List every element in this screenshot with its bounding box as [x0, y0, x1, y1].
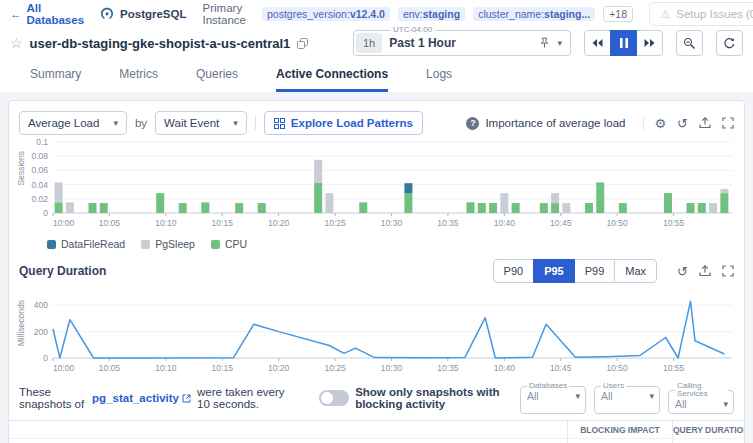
svg-text:10:35: 10:35	[437, 218, 459, 228]
chevron-down-icon: ▾	[233, 118, 238, 128]
column-header-average[interactable]: AVERAGE	[672, 438, 712, 443]
svg-text:0.1: 0.1	[36, 137, 48, 147]
tab-summary[interactable]: Summary	[30, 67, 81, 92]
zoom-reset-icon[interactable]: ↺	[677, 117, 688, 130]
svg-text:0: 0	[43, 353, 48, 363]
playback-controls	[584, 30, 663, 56]
by-label: by	[135, 117, 147, 129]
fullscreen-icon[interactable]	[722, 117, 734, 129]
tag-cluster-name[interactable]: cluster_name:staging...	[473, 7, 595, 21]
percentile-p90-button[interactable]: P90	[493, 259, 535, 283]
postgresql-logo-icon	[100, 7, 114, 21]
snapshots-text-2: were taken every 10 seconds.	[197, 386, 299, 410]
legend-swatch	[47, 240, 56, 249]
svg-text:10:55: 10:55	[663, 363, 685, 373]
line-chart-canvas[interactable]: 020040010:0010:0510:1010:1510:2010:2510:…	[19, 286, 734, 379]
time-range-label: Past 1 Hour	[389, 36, 456, 50]
legend-item-cpu[interactable]: CPU	[211, 238, 247, 250]
percentile-p95-button[interactable]: P95	[533, 259, 575, 283]
svg-text:10:15: 10:15	[212, 218, 234, 228]
legend-item-pgsleep[interactable]: PgSleep	[141, 238, 195, 250]
query-duration-chart[interactable]: Milliseconds 020040010:0010:0510:1010:15…	[19, 286, 734, 379]
snapshots-text: These snapshots of	[19, 386, 86, 410]
back-to-all-databases-link[interactable]: ← All Databases	[10, 2, 84, 26]
back-arrow-icon: ←	[10, 8, 22, 20]
users-filter[interactable]: Users All▾	[594, 382, 660, 414]
svg-text:10:25: 10:25	[324, 218, 346, 228]
pause-button[interactable]	[610, 30, 637, 56]
tab-queries[interactable]: Queries	[196, 67, 238, 92]
svg-text:10:40: 10:40	[494, 218, 516, 228]
snapshots-table-header: BLOCKING IMPACT QUERY DURATION SNAPSHOT …	[9, 420, 744, 443]
column-header-services[interactable]: SERVICES	[459, 438, 567, 443]
refresh-button[interactable]	[716, 30, 743, 56]
copy-icon[interactable]	[297, 38, 308, 49]
content-area: Average Load ▾ by Wait Event ▾ Explore L…	[0, 92, 753, 443]
time-range-picker[interactable]: UTC-04:00 1h Past 1 Hour ▾	[353, 30, 571, 56]
metric-select[interactable]: Average Load ▾	[19, 111, 127, 135]
settings-gear-icon[interactable]: ⚙	[654, 117, 666, 130]
svg-text:10:25: 10:25	[324, 363, 346, 373]
percentile-max-button[interactable]: Max	[614, 259, 657, 283]
tag-env[interactable]: env:staging	[398, 7, 465, 21]
svg-text:10:45: 10:45	[550, 363, 572, 373]
blocking-activity-toggle[interactable]	[319, 390, 349, 406]
fullscreen-icon[interactable]	[722, 265, 734, 277]
bar-chart-canvas[interactable]: 00.020.040.060.080.110:0010:0510:1010:15…	[19, 137, 734, 235]
tag-postgres-version[interactable]: postgres_version:v12.4.0	[262, 7, 390, 21]
product-label: PostgreSQL	[100, 7, 186, 21]
pg-stat-activity-link[interactable]: pg_stat_activity	[92, 392, 191, 404]
column-header-wait-event-groups[interactable]: WAIT EVENT GROUPS	[224, 438, 389, 443]
svg-text:10:05: 10:05	[99, 218, 121, 228]
chevron-down-icon[interactable]: ▾	[557, 38, 562, 48]
column-header-snapshot-time[interactable]: SNAPSHOT TIME	[9, 438, 149, 443]
setup-issues-button[interactable]: ⚠ Setup Issues (0)	[649, 2, 753, 26]
svg-text:10:05: 10:05	[99, 363, 121, 373]
column-header-wait-duration[interactable]: WAIT DURATION	[613, 438, 672, 443]
svg-text:10:45: 10:45	[550, 218, 572, 228]
svg-text:10:00: 10:00	[53, 363, 75, 373]
chart-toolbar: ↺	[667, 265, 734, 278]
tab-active-connections[interactable]: Active Connections	[276, 67, 388, 92]
pattern-grid-icon	[274, 118, 285, 129]
favorite-star-icon[interactable]: ☆	[10, 35, 23, 51]
step-forward-button[interactable]	[636, 30, 663, 56]
export-icon[interactable]	[699, 265, 711, 277]
chevron-down-icon: ▾	[575, 391, 580, 401]
databases-filter[interactable]: Databases All▾	[520, 382, 586, 414]
more-tags-chip[interactable]: +18	[603, 6, 633, 22]
warning-triangle-icon: ⚠	[660, 7, 670, 21]
percentile-selector: P90 P95 P99 Max	[493, 259, 658, 283]
pin-icon[interactable]	[539, 37, 550, 49]
step-backward-button[interactable]	[584, 30, 611, 56]
svg-text:10:30: 10:30	[381, 363, 403, 373]
group-by-select[interactable]: Wait Event ▾	[155, 111, 247, 135]
importance-of-average-load-link[interactable]: ? Importance of average load	[466, 117, 625, 130]
zoom-out-button[interactable]	[676, 30, 703, 56]
column-header-users[interactable]: USERS	[389, 438, 459, 443]
svg-text:10:50: 10:50	[607, 218, 629, 228]
column-header-waiters[interactable]: # WAITERS	[567, 438, 613, 443]
back-link-label: All Databases	[27, 2, 85, 26]
chevron-down-icon: ▾	[649, 391, 654, 401]
snapshots-bar: These snapshots of pg_stat_activity were…	[19, 382, 734, 414]
svg-text:0: 0	[43, 208, 48, 218]
explore-load-patterns-button[interactable]: Explore Load Patterns	[264, 111, 423, 135]
percentile-p99-button[interactable]: P99	[574, 259, 616, 283]
query-duration-header: Query Duration P90 P95 P99 Max ↺	[19, 256, 734, 286]
svg-text:10:20: 10:20	[268, 218, 290, 228]
time-preset-chip[interactable]: 1h	[356, 33, 382, 53]
tab-logs[interactable]: Logs	[426, 67, 452, 92]
column-header-connections[interactable]: CONNECTIONS	[149, 438, 224, 443]
average-load-chart[interactable]: Sessions 00.020.040.060.080.110:0010:051…	[19, 137, 734, 235]
svg-text:0.04: 0.04	[31, 180, 48, 190]
zoom-reset-icon[interactable]: ↺	[677, 265, 688, 278]
tab-metrics[interactable]: Metrics	[119, 67, 158, 92]
legend-item-datafileread[interactable]: DataFileRead	[47, 238, 125, 250]
tab-bar: Summary Metrics Queries Active Connectio…	[0, 58, 753, 92]
calling-services-filter[interactable]: Calling Services All▾	[668, 382, 734, 414]
group-header-query-duration: QUERY DURATION	[672, 421, 736, 438]
column-header-max[interactable]: MAX	[712, 438, 736, 443]
export-icon[interactable]	[699, 117, 711, 129]
svg-text:0.06: 0.06	[31, 165, 48, 175]
